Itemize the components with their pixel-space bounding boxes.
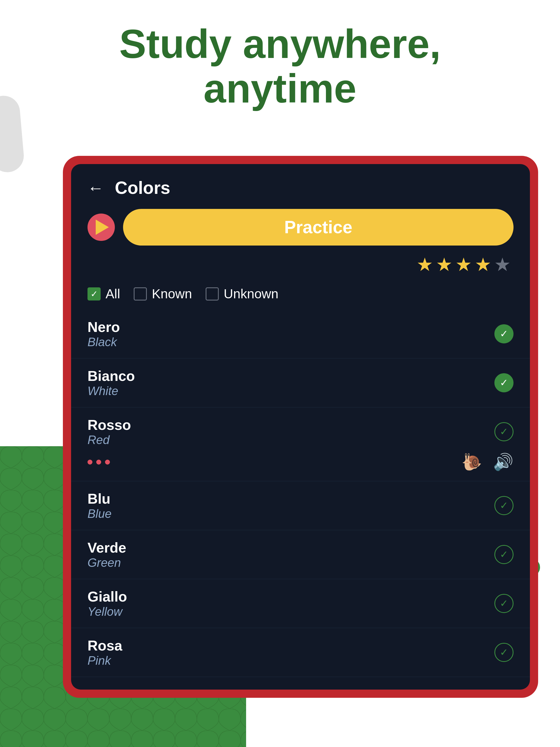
practice-button[interactable]: Practice	[123, 209, 513, 246]
filter-known-label: Known	[152, 286, 192, 301]
vocab-text-bianco: Bianco White	[87, 368, 135, 398]
vocab-italian-verde: Verde	[87, 539, 126, 556]
dot-3	[105, 460, 110, 465]
vocab-italian-nero: Nero	[87, 319, 120, 335]
vocab-text-blu: Blu Blue	[87, 491, 111, 521]
star-1: ★	[416, 254, 433, 275]
vocab-item-rosso[interactable]: Rosso Red ✓ 🐌 🔊	[71, 407, 530, 481]
vocab-italian-rosso: Rosso	[87, 417, 131, 433]
star-4: ★	[475, 254, 491, 275]
filter-all[interactable]: ✓ All	[87, 286, 120, 301]
vocab-italian-rosa: Rosa	[87, 637, 122, 654]
vocab-check-verde[interactable]: ✓	[494, 545, 513, 564]
vocab-check-rosa[interactable]: ✓	[494, 643, 513, 662]
practice-bar: Practice	[71, 206, 530, 251]
vocab-text-giallo: Giallo Yellow	[87, 588, 127, 618]
filter-unknown[interactable]: Unknown	[206, 286, 278, 301]
filter-all-label: All	[105, 286, 120, 301]
vocab-main-rosso: Rosso Red ✓	[87, 417, 513, 447]
phone-screen: ← Colors Practice ★ ★ ★ ★ ★ ✓ All	[71, 164, 530, 690]
screen-title: Colors	[115, 178, 170, 198]
headline-line2: anytime	[203, 66, 356, 111]
vocab-item-nero[interactable]: Nero Black ✓	[71, 310, 530, 358]
vocab-italian-blu: Blu	[87, 491, 111, 507]
vocab-check-rosso[interactable]: ✓	[494, 422, 513, 441]
headline-line1: Study anywhere,	[119, 21, 441, 67]
dot-2	[96, 460, 101, 465]
vocab-text-rosa: Rosa Pink	[87, 637, 122, 667]
vocab-text-verde: Verde Green	[87, 539, 126, 570]
vocab-check-nero[interactable]: ✓	[494, 324, 513, 343]
vocab-english-bianco: White	[87, 384, 135, 398]
dot-menu[interactable]	[87, 460, 110, 465]
vocab-item-verde[interactable]: Verde Green ✓	[71, 530, 530, 579]
vocab-check-giallo[interactable]: ✓	[494, 594, 513, 613]
vocab-english-blu: Blue	[87, 507, 111, 521]
play-triangle-icon	[96, 220, 109, 235]
vocab-italian-bianco: Bianco	[87, 368, 135, 384]
play-button[interactable]	[87, 213, 115, 241]
vocab-english-rosso: Red	[87, 433, 131, 447]
vocab-item-bianco[interactable]: Bianco White ✓	[71, 358, 530, 407]
vocab-item-giallo[interactable]: Giallo Yellow ✓	[71, 579, 530, 628]
filter-known[interactable]: Known	[134, 286, 192, 301]
snail-icon[interactable]: 🐌	[462, 452, 482, 472]
vocab-list: Nero Black ✓ Bianco White ✓ Rosso Red	[71, 310, 530, 690]
vocab-check-blu[interactable]: ✓	[494, 496, 513, 515]
expanded-icons-rosso: 🐌 🔊	[87, 447, 513, 472]
back-button[interactable]: ←	[87, 179, 104, 198]
headline: Study anywhere, anytime	[0, 22, 560, 111]
vocab-text-rosso: Rosso Red	[87, 417, 131, 447]
vocab-text-nero: Nero Black	[87, 319, 120, 349]
vocab-english-giallo: Yellow	[87, 605, 127, 618]
star-3: ★	[455, 254, 472, 275]
vocab-italian-giallo: Giallo	[87, 588, 127, 605]
action-icons: 🐌 🔊	[462, 452, 513, 472]
speaker-icon[interactable]: 🔊	[493, 452, 513, 472]
vocab-item-blu[interactable]: Blu Blue ✓	[71, 481, 530, 530]
stars-row: ★ ★ ★ ★ ★	[71, 251, 530, 281]
vocab-item-rosa[interactable]: Rosa Pink ✓	[71, 628, 530, 677]
checkmark-icon: ✓	[91, 289, 98, 299]
filter-unknown-label: Unknown	[224, 286, 278, 301]
checkbox-all[interactable]: ✓	[87, 287, 101, 301]
checkbox-unknown[interactable]	[206, 287, 219, 301]
star-5: ★	[494, 254, 511, 275]
checkbox-known[interactable]	[134, 287, 147, 301]
screen-header: ← Colors	[71, 164, 530, 206]
vocab-english-rosa: Pink	[87, 654, 122, 667]
dot-1	[87, 460, 93, 465]
star-2: ★	[436, 254, 453, 275]
device-frame: ← Colors Practice ★ ★ ★ ★ ★ ✓ All	[63, 156, 538, 698]
vocab-check-bianco[interactable]: ✓	[494, 373, 513, 392]
filter-row: ✓ All Known Unknown	[71, 281, 530, 310]
vocab-english-verde: Green	[87, 556, 126, 570]
vocab-english-nero: Black	[87, 335, 120, 349]
